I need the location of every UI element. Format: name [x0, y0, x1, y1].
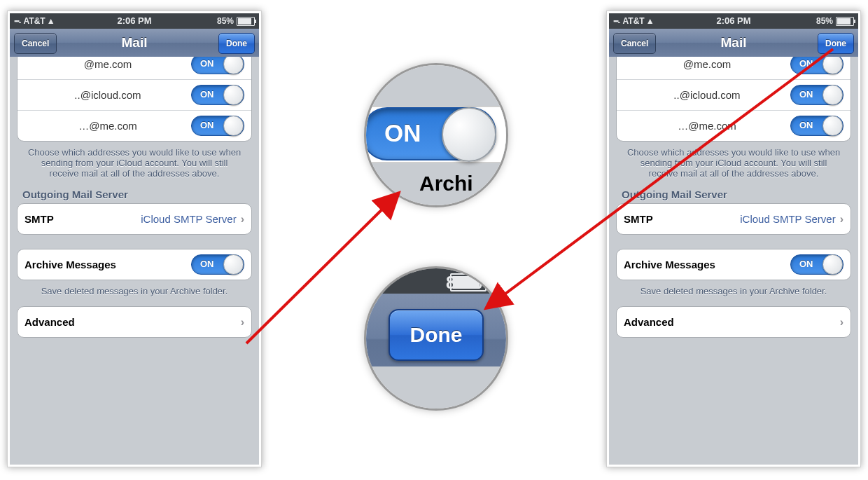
archive-footer-label: Save deleted messages in your Archive fo… [27, 286, 242, 296]
email-address: @me.com [24, 58, 191, 70]
email-toggle[interactable]: ON [790, 57, 844, 74]
battery-pct-label: 85% [217, 16, 234, 26]
toggle-on-label: ON [200, 58, 214, 69]
wifi-icon: ▲ [47, 16, 55, 26]
smtp-label: SMTP [624, 213, 653, 225]
advanced-row[interactable]: Advanced › [617, 307, 850, 337]
outgoing-header: Outgoing Mail Server [22, 188, 252, 200]
email-group: @me.com ON ..@icloud.com ON [17, 57, 252, 142]
archive-group: Archive Messages ON [17, 249, 252, 280]
email-toggle[interactable]: ON [790, 85, 844, 105]
archive-row: Archive Messages ON [18, 249, 251, 280]
email-toggle[interactable]: ON [191, 85, 244, 105]
toggle-knob-icon [822, 57, 843, 74]
outgoing-header: Outgoing Mail Server [622, 188, 851, 200]
outgoing-section: Outgoing Mail Server SMTP iCloud SMTP Se… [17, 188, 252, 235]
archive-row: Archive Messages ON [617, 249, 850, 280]
outgoing-group: SMTP iCloud SMTP Server › [17, 203, 252, 235]
content-area: @me.com ON ..@icloud.com ON [609, 57, 858, 465]
toggle-on-label: ON [384, 119, 421, 147]
email-address: …@me.com [24, 120, 191, 132]
toggle-on-label: ON [200, 120, 214, 130]
battery-pct-label: 85% [816, 16, 833, 26]
archive-section: Archive Messages ON Save deleted message… [17, 249, 252, 296]
magnifier-on-toggle: ON Archi [364, 63, 508, 207]
advanced-section: Advanced › [17, 306, 252, 338]
carrier-label: AT&T [24, 16, 46, 26]
toggle-on-label: ON [200, 89, 214, 100]
screen: ▪▪▪.. AT&T ▲ 2:06 PM 85% Cancel Mail Don… [609, 13, 858, 465]
phone-left: ▪▪▪.. AT&T ▲ 2:06 PM 85% Cancel Mail Don… [7, 11, 262, 467]
email-group: @me.com ON ..@icloud.com ON [616, 57, 851, 142]
battery-icon [836, 17, 854, 26]
email-toggle[interactable]: ON [191, 116, 244, 136]
email-address: ..@icloud.com [24, 89, 191, 101]
smtp-value: iCloud SMTP Server [141, 213, 236, 225]
email-toggle[interactable]: ON [790, 116, 844, 136]
phone-right: ▪▪▪.. AT&T ▲ 2:06 PM 85% Cancel Mail Don… [606, 11, 861, 467]
advanced-group: Advanced › [616, 306, 851, 338]
email-address-section: @me.com ON ..@icloud.com ON [17, 57, 252, 179]
toggle-on-label: ON [799, 89, 813, 100]
email-footer-label: Choose which addresses you would like to… [27, 147, 242, 179]
page-title: Mail [122, 35, 148, 50]
email-address: @me.com [624, 58, 790, 70]
advanced-section: Advanced › [616, 306, 851, 338]
archive-label: Archive Messages [624, 259, 715, 270]
cancel-button[interactable]: Cancel [14, 33, 57, 54]
email-footer-label: Choose which addresses you would like to… [626, 147, 841, 179]
toggle-knob-icon [223, 85, 244, 105]
archive-toggle[interactable]: ON [790, 254, 844, 275]
toggle-on-label: ON [799, 120, 813, 130]
smtp-label: SMTP [24, 213, 54, 225]
email-address-section: @me.com ON ..@icloud.com ON [616, 57, 851, 179]
zoom-done-button: Done [388, 309, 484, 361]
toggle-knob-icon [223, 254, 244, 275]
advanced-label: Advanced [624, 316, 674, 328]
toggle-on-label: ON [200, 259, 214, 269]
chevron-right-icon: › [840, 316, 844, 329]
archive-footer-label: Save deleted messages in your Archive fo… [626, 286, 841, 296]
nav-bar: Cancel Mail Done [609, 29, 858, 57]
nav-bar: Cancel Mail Done [10, 29, 259, 57]
battery-indicator: 85% [217, 16, 255, 26]
archive-label: Archive Messages [24, 259, 116, 270]
archive-section: Archive Messages ON Save deleted message… [616, 249, 851, 296]
email-toggle[interactable]: ON [191, 57, 244, 74]
email-address: …@me.com [624, 120, 790, 132]
email-row: @me.com ON [18, 57, 251, 80]
page-title: Mail [721, 35, 747, 50]
done-button[interactable]: Done [818, 33, 854, 54]
advanced-group: Advanced › [17, 306, 252, 338]
archive-toggle[interactable]: ON [191, 254, 244, 275]
toggle-knob-icon [223, 57, 244, 74]
wifi-icon: ▲ [646, 16, 654, 26]
outgoing-group: SMTP iCloud SMTP Server › [616, 203, 851, 235]
canvas: ▪▪▪.. AT&T ▲ 2:06 PM 85% Cancel Mail Don… [0, 0, 868, 480]
toggle-knob-icon [822, 116, 843, 136]
zoom-peek-text: Archi [419, 172, 473, 196]
email-row: ..@icloud.com ON [18, 80, 251, 111]
chevron-right-icon: › [840, 213, 844, 226]
status-bar: ▪▪▪.. AT&T ▲ 2:06 PM 85% [609, 13, 858, 29]
carrier-label: AT&T [623, 16, 645, 26]
archive-group: Archive Messages ON [616, 249, 851, 280]
toggle-knob-icon [822, 254, 843, 275]
advanced-row[interactable]: Advanced › [18, 307, 251, 337]
toggle-knob-icon [223, 116, 244, 136]
smtp-row[interactable]: SMTP iCloud SMTP Server › [18, 204, 251, 234]
done-button[interactable]: Done [218, 33, 255, 54]
outgoing-section: Outgoing Mail Server SMTP iCloud SMTP Se… [616, 188, 851, 235]
zoom-toggle: ON [364, 107, 496, 160]
smtp-row[interactable]: SMTP iCloud SMTP Server › [617, 204, 850, 234]
cancel-button[interactable]: Cancel [613, 33, 656, 54]
magnifier-done-button: 85% Done [364, 266, 508, 411]
status-bar: ▪▪▪.. AT&T ▲ 2:06 PM 85% [10, 13, 259, 29]
toggle-on-label: ON [799, 259, 813, 269]
signal-icon: ▪▪▪.. [14, 18, 21, 25]
screen: ▪▪▪.. AT&T ▲ 2:06 PM 85% Cancel Mail Don… [10, 13, 259, 465]
toggle-knob-icon [822, 85, 843, 105]
content-area: @me.com ON ..@icloud.com ON [10, 57, 259, 465]
email-row: @me.com ON [617, 57, 850, 80]
battery-indicator: 85% [816, 16, 854, 26]
